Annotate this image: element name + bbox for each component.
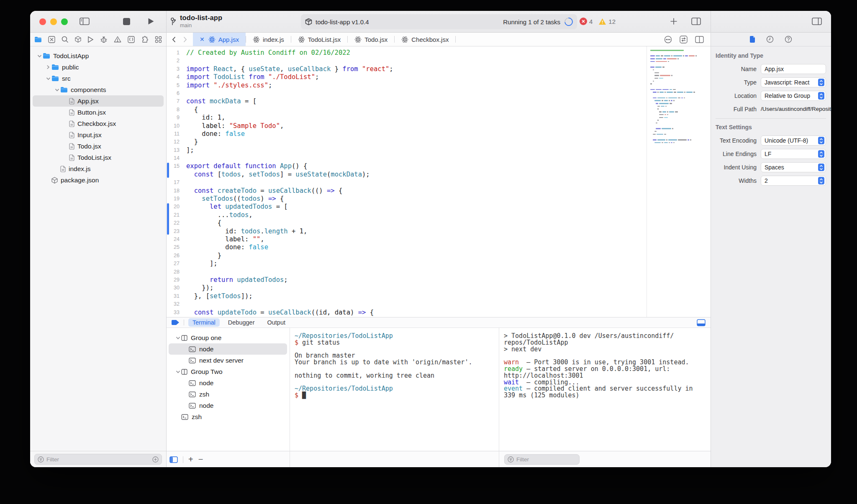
code-line[interactable]: 24 label: "",	[166, 235, 647, 243]
issues-navigator-icon[interactable]	[114, 36, 121, 43]
code-line[interactable]: 28	[166, 268, 647, 276]
close-window-button[interactable]	[39, 18, 46, 25]
minimap[interactable]	[647, 46, 711, 317]
tab-todo-jsx[interactable]: Todo.jsx	[348, 33, 394, 46]
code-line[interactable]: 22 {	[166, 219, 647, 227]
chevron-down-icon[interactable]	[45, 77, 51, 80]
code-line[interactable]: 7const mockData = [	[166, 97, 647, 105]
extensions-navigator-icon[interactable]	[141, 36, 149, 43]
close-tab-icon[interactable]: ✕	[200, 36, 205, 43]
terminal-git[interactable]: ~/Repositories/TodoListApp$ git status O…	[290, 328, 499, 451]
panel-tab-debugger[interactable]: Debugger	[224, 318, 259, 327]
stepper-icon[interactable]	[818, 92, 824, 100]
line-endings-select[interactable]: LF	[761, 149, 826, 159]
terminal-session-group-one[interactable]: Group one	[169, 332, 287, 343]
stepper-icon[interactable]	[818, 164, 824, 171]
code-line[interactable]: 6	[166, 90, 647, 97]
run-button[interactable]	[148, 18, 154, 27]
file-tree-item-input-jsx[interactable]: Input.jsx	[33, 129, 164, 141]
code-line[interactable]: 1// Created by Austin Condiff on 02/16/2…	[166, 49, 647, 57]
file-tree-item-components[interactable]: components	[33, 84, 164, 95]
code-line[interactable]: 5import "./styles.css";	[166, 82, 647, 90]
indent-using-select[interactable]: Spaces	[761, 162, 826, 172]
panel-tab-terminal[interactable]: Terminal	[188, 318, 220, 327]
code-line[interactable]: 13];	[166, 146, 647, 154]
split-column-icon[interactable]	[695, 36, 704, 43]
terminal-session-zsh[interactable]: zsh	[169, 389, 287, 400]
terminal-session-node[interactable]: node	[169, 400, 287, 411]
pane-divider[interactable]	[290, 328, 290, 467]
bug-navigator-icon[interactable]	[100, 36, 108, 43]
source-control-change-bar[interactable]	[167, 163, 169, 178]
activity-viewer[interactable]: todo-list-app v1.0.4 Running 1 of 2 task…	[301, 14, 577, 29]
code-line[interactable]: 3import React, { useState, useCallback }…	[166, 65, 647, 73]
code-line[interactable]: 31 }, [setTodos]);	[166, 292, 647, 300]
chevron-right-icon[interactable]	[45, 65, 51, 69]
terminal-session-node[interactable]: node	[169, 343, 287, 355]
stop-button[interactable]	[123, 18, 130, 27]
add-terminal-button[interactable]: +	[188, 455, 193, 464]
search-navigator-icon[interactable]	[62, 36, 69, 43]
file-tree-item-todolistapp[interactable]: TodoListApp	[33, 50, 164, 61]
warning-badge[interactable]: 12	[598, 18, 616, 25]
code-line[interactable]: 20 let updatedTodos = [	[166, 203, 647, 211]
stepper-icon[interactable]	[818, 79, 824, 86]
panel-tab-output[interactable]: Output	[263, 318, 290, 327]
back-chevron-icon[interactable]	[172, 36, 176, 43]
text-encoding-select[interactable]: Unicode (UTF-8)	[761, 136, 826, 146]
error-badge[interactable]: ✕ 4	[580, 18, 593, 25]
code-line[interactable]: 14	[166, 154, 647, 162]
swap-icon[interactable]	[680, 36, 688, 43]
code-line[interactable]: 26 }	[166, 252, 647, 260]
terminal-session-group-two[interactable]: Group Two	[169, 366, 287, 377]
drawer-sidebar-toggle-icon[interactable]	[169, 456, 178, 463]
source-control-change-bar[interactable]	[167, 203, 169, 235]
source-control-navigator-icon[interactable]	[48, 36, 55, 43]
code-line[interactable]: 25 done: false	[166, 243, 647, 251]
file-tree-item-package-json[interactable]: package.json	[33, 174, 164, 186]
file-tree-item-todo-jsx[interactable]: Todo.jsx	[33, 141, 164, 152]
file-tree-item-public[interactable]: public	[33, 61, 164, 73]
code-line[interactable]: 2	[166, 57, 647, 65]
file-tree-item-todolist-jsx[interactable]: TodoList.jsx	[33, 152, 164, 163]
terminal-session-node[interactable]: node	[169, 377, 287, 389]
code-line[interactable]: 33 const updateTodo = useCallback((id, d…	[166, 309, 647, 317]
inspector-divider[interactable]	[711, 33, 711, 467]
file-tree-item-button-jsx[interactable]: Button.jsx	[33, 107, 164, 118]
folder-navigator-icon[interactable]	[34, 36, 42, 43]
terminal-session-zsh[interactable]: zsh	[169, 411, 287, 422]
navigator-divider[interactable]	[166, 33, 167, 467]
chevron-down-icon[interactable]	[54, 88, 60, 92]
braces-navigator-icon[interactable]	[128, 36, 135, 43]
file-tree-item-src[interactable]: src	[33, 73, 164, 84]
location-select[interactable]: Relative to Group	[761, 91, 826, 101]
file-inspector-icon[interactable]	[749, 36, 755, 43]
plus-icon[interactable]	[670, 17, 678, 27]
code-line[interactable]: 27 ];	[166, 260, 647, 268]
tab-app-jsx[interactable]: ✕App.jsx	[193, 33, 246, 46]
stepper-icon[interactable]	[818, 177, 824, 184]
code-line[interactable]: 23 id: todos.length + 1,	[166, 228, 647, 235]
widths-select[interactable]: 2	[761, 176, 826, 186]
code-line[interactable]: 10 label: "Sample Todo",	[166, 122, 647, 130]
ellipsis-circle-icon[interactable]	[664, 36, 672, 43]
run-navigator-icon[interactable]	[87, 36, 94, 43]
package-navigator-icon[interactable]	[75, 36, 81, 43]
minimize-window-button[interactable]	[50, 18, 57, 25]
type-select[interactable]: Javascript: React	[761, 77, 826, 87]
plus-circle-icon[interactable]	[152, 456, 159, 463]
code-line[interactable]: 32	[166, 300, 647, 308]
terminal-filter-input[interactable]	[516, 456, 590, 463]
code-line[interactable]: 9 id: 1,	[166, 114, 647, 122]
file-tree-item-app-jsx[interactable]: App.jsx	[33, 95, 164, 107]
navigator-filter-field[interactable]	[34, 454, 162, 465]
code-line[interactable]: 18 const createTodo = useCallback(() => …	[166, 187, 647, 195]
terminal-filter-field[interactable]	[504, 454, 580, 465]
terminal-session-next-dev-server[interactable]: next dev server	[169, 355, 287, 366]
file-tree-item-checkbox-jsx[interactable]: Checkbox.jsx	[33, 118, 164, 129]
code-line[interactable]: 21 ...todos,	[166, 211, 647, 219]
code-line[interactable]: 12 }	[166, 138, 647, 146]
navigator-filter-input[interactable]	[46, 456, 150, 463]
pane-divider[interactable]	[499, 328, 499, 467]
file-tree-item-index-js[interactable]: index.js	[33, 163, 164, 174]
